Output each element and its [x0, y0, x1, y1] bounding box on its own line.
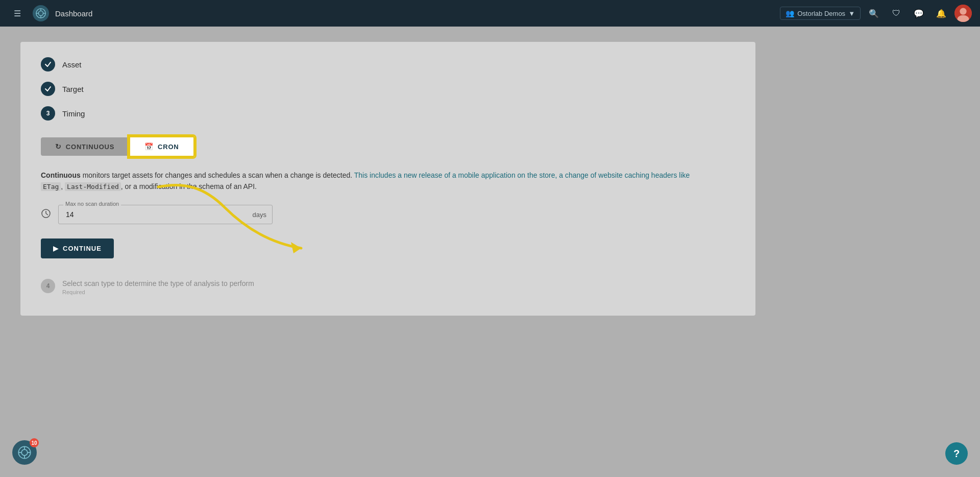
step-3-circle: 3 — [41, 106, 55, 121]
refresh-icon: ↻ — [55, 142, 62, 151]
org-selector[interactable]: 👥 Ostorlab Demos ▼ — [780, 7, 861, 20]
desc-sep-1: , — [61, 182, 65, 190]
main-content: Asset Target 3 Timing — [0, 27, 980, 477]
continue-button[interactable]: ▶ CONTINUE — [41, 238, 114, 258]
bottom-logo[interactable]: 10 — [12, 440, 37, 465]
duration-input-row: Max no scan duration days — [41, 205, 735, 224]
cron-label: CRON — [158, 143, 179, 151]
desc-text-part: monitors target assets for changes and s… — [81, 171, 352, 179]
step-4-row: 4 Select scan type to determine the type… — [41, 279, 735, 295]
svg-point-7 — [960, 8, 966, 15]
desc-code-2: Last-Modified — [65, 182, 121, 191]
step-3-label: Timing — [62, 109, 85, 118]
step-3-row: 3 Timing — [41, 106, 735, 121]
continuous-toggle[interactable]: ↻ CONTINUOUS — [41, 137, 129, 156]
svg-point-1 — [38, 11, 43, 15]
clock-icon — [41, 208, 51, 221]
duration-input-group: Max no scan duration days — [58, 205, 273, 224]
bell-button[interactable]: 🔔 — [932, 4, 950, 22]
step-1-row: Asset — [41, 57, 735, 71]
cron-toggle[interactable]: 📅 CRON — [129, 136, 194, 157]
toggle-row: ↻ CONTINUOUS 📅 CRON — [41, 136, 735, 157]
bottom-logo-circle[interactable]: 10 — [12, 440, 37, 465]
nav-logo — [33, 5, 49, 21]
svg-marker-9 — [291, 242, 301, 253]
step-2-label: Target — [62, 85, 84, 93]
continue-label: CONTINUE — [63, 245, 102, 252]
duration-input[interactable] — [58, 205, 273, 224]
desc-sep-2: , or a modification in the schema of an … — [121, 182, 257, 190]
svg-point-14 — [21, 449, 28, 456]
step-4-circle: 4 — [41, 279, 55, 293]
step-4-required: Required — [62, 289, 254, 295]
timing-description: Continuous monitors target assets for ch… — [41, 170, 704, 193]
shield-button[interactable]: 🛡 — [887, 4, 905, 22]
navbar: ☰ Dashboard 👥 Ostorlab Demos ▼ 🔍 🛡 💬 🔔 — [0, 0, 980, 27]
desc-code-1: ETag — [41, 182, 61, 191]
days-suffix: days — [253, 211, 266, 219]
navbar-left: ☰ Dashboard — [8, 4, 92, 22]
org-name: Ostorlab Demos — [797, 10, 845, 17]
navbar-right: 👥 Ostorlab Demos ▼ 🔍 🛡 💬 🔔 — [780, 4, 972, 22]
help-button[interactable]: ? — [945, 442, 968, 465]
calendar-icon: 📅 — [144, 142, 154, 151]
desc-teal: This includes a new release of a mobile … — [352, 171, 690, 179]
user-avatar[interactable] — [954, 5, 972, 22]
continue-icon: ▶ — [53, 245, 59, 252]
step-4-label: Select scan type to determine the type o… — [62, 279, 254, 288]
step-1-circle — [41, 57, 55, 71]
nav-title: Dashboard — [55, 9, 92, 18]
step-2-circle — [41, 82, 55, 96]
chevron-down-icon: ▼ — [848, 10, 855, 17]
step-4-content: Select scan type to determine the type o… — [62, 279, 254, 295]
continuous-label: CONTINUOUS — [66, 143, 114, 151]
step-2-row: Target — [41, 82, 735, 96]
search-button[interactable]: 🔍 — [865, 4, 883, 22]
menu-button[interactable]: ☰ — [8, 4, 27, 22]
timing-content: ↻ CONTINUOUS 📅 CRON Continuous monitors … — [41, 136, 735, 258]
notification-badge: 10 — [30, 438, 39, 447]
help-icon: ? — [953, 448, 960, 460]
steps-panel: Asset Target 3 Timing — [20, 42, 755, 316]
duration-label: Max no scan duration — [63, 201, 121, 207]
chat-button[interactable]: 💬 — [910, 4, 928, 22]
svg-line-12 — [46, 213, 48, 215]
step-1-label: Asset — [62, 60, 82, 69]
desc-bold: Continuous — [41, 171, 81, 179]
